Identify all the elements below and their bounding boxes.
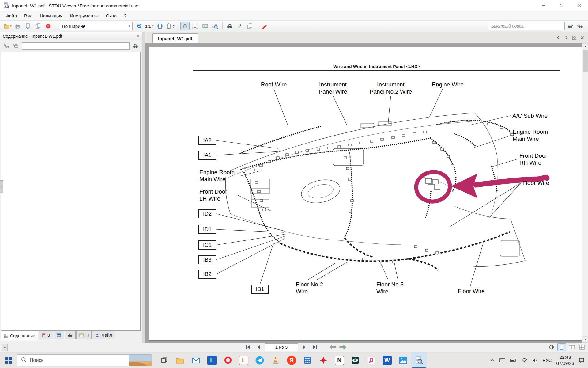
sidebar-close-button[interactable]: × <box>136 34 139 39</box>
zoom-spinner[interactable]: ▲▼ <box>152 24 154 28</box>
connector-box-id1: ID1 <box>198 225 216 234</box>
contents-tree[interactable] <box>1 52 141 331</box>
menu-item-2[interactable]: Навигация <box>36 12 66 20</box>
zoom-region-button[interactable] <box>211 22 220 30</box>
sidebar-tab-3[interactable] <box>65 331 76 339</box>
sidebar-tab-4[interactable]: П <box>76 331 92 339</box>
prev-page-button[interactable] <box>254 343 263 351</box>
first-page-button[interactable] <box>244 343 252 351</box>
sidebar-tab-5[interactable]: Файл <box>92 331 115 339</box>
battery-icon[interactable] <box>510 358 517 362</box>
select-image-button[interactable] <box>201 22 210 30</box>
taskbar-app-opera[interactable] <box>220 352 236 368</box>
single-page-view-button[interactable] <box>557 343 566 351</box>
volume-icon[interactable] <box>532 358 538 363</box>
next-page-button[interactable] <box>300 343 309 351</box>
taskbar-app-app-eye[interactable] <box>347 352 363 368</box>
export-pages-button[interactable] <box>33 22 43 30</box>
fit-page-spinner[interactable]: ▲▼ <box>173 24 175 28</box>
taskbar-app-music[interactable] <box>363 352 379 368</box>
taskbar-app-notion[interactable]: N <box>331 352 347 368</box>
open-button[interactable]: ▾ <box>3 22 12 30</box>
taskbar-app-word[interactable]: W <box>379 352 395 368</box>
taskbar-app-app-red-star[interactable] <box>315 352 331 368</box>
sidebar-tab-0[interactable]: Содержание <box>1 331 38 340</box>
thumbnail-view-button[interactable] <box>578 343 586 351</box>
scroll-down-button[interactable]: ▼ <box>582 336 588 343</box>
sidebar-tab-2[interactable] <box>54 331 64 339</box>
clock[interactable]: 22:48 07/09/23 <box>556 354 574 366</box>
sidebar-filter-input[interactable] <box>22 42 130 50</box>
wifi-icon[interactable] <box>521 358 527 363</box>
next-tab-button[interactable] <box>564 35 569 40</box>
taskbar-app-task-view[interactable] <box>156 352 172 368</box>
print-button[interactable] <box>13 22 22 30</box>
taskbar-app-mail[interactable] <box>188 352 204 368</box>
history-back-button[interactable] <box>328 343 337 351</box>
taskbar-app-photos[interactable] <box>395 352 411 368</box>
menu-item-1[interactable]: Вид <box>21 12 36 20</box>
find-next-button[interactable] <box>566 22 575 30</box>
zoom-actual-control[interactable]: 1:1 ▲▼ <box>145 22 154 30</box>
minimize-button[interactable] <box>535 0 552 11</box>
fit-page-button[interactable]: ▲▼ <box>165 22 175 30</box>
sidebar-collapse-handle[interactable]: ◂ <box>0 180 3 193</box>
facing-pages-view-button[interactable] <box>567 343 576 351</box>
restore-button[interactable] <box>552 0 570 11</box>
taskbar-app-stdu-viewer[interactable] <box>411 352 427 368</box>
document-tab[interactable]: InpaneL-W1.pdf <box>152 33 198 43</box>
collapse-tree-button[interactable] <box>12 42 20 50</box>
navigate-pages-button[interactable] <box>235 22 244 30</box>
zoom-in-button[interactable] <box>135 22 144 30</box>
taskbar-app-telegram[interactable] <box>252 352 268 368</box>
search-box-daily-image[interactable] <box>129 354 152 366</box>
taskbar-app-app-l-red[interactable]: L <box>236 352 252 368</box>
sidebar-hscroll-button[interactable]: ◂ <box>2 344 8 351</box>
prev-tab-button[interactable] <box>556 35 561 40</box>
brightness-button[interactable] <box>547 343 556 351</box>
taskbar-app-file-explorer[interactable] <box>172 352 188 368</box>
menu-item-3[interactable]: Инструменты <box>66 12 102 20</box>
hand-tool-button[interactable] <box>180 22 190 30</box>
taskbar-app-yandex-browser[interactable]: Я <box>284 352 300 368</box>
vertical-scrollbar[interactable]: ▲ ▼ <box>582 43 588 343</box>
copy-button[interactable] <box>245 22 254 30</box>
close-button[interactable] <box>570 0 588 11</box>
scroll-up-button[interactable]: ▲ <box>582 43 588 49</box>
sidebar-search-button[interactable] <box>132 42 139 50</box>
tile-windows-button[interactable] <box>571 35 577 40</box>
history-forward-button[interactable] <box>339 343 347 351</box>
taskbar-search-box[interactable]: Поиск <box>17 354 152 366</box>
action-center-icon[interactable] <box>579 358 584 363</box>
sidebar-tab-label: П <box>85 333 89 338</box>
expand-tree-button[interactable] <box>3 42 10 50</box>
taskbar-app-vlc[interactable] <box>268 352 284 368</box>
sidebar-tab-1[interactable]: З <box>39 331 53 339</box>
export-page-button[interactable] <box>23 22 32 30</box>
select-text-button[interactable] <box>190 22 200 30</box>
taskbar-app-app-l-blue[interactable]: L <box>204 352 220 368</box>
quick-search-input[interactable] <box>488 22 565 30</box>
start-button[interactable] <box>0 352 17 368</box>
close-tab-button[interactable] <box>579 35 585 40</box>
diagram-label-floor-no2-wire: Floor No.2Wire <box>296 281 323 295</box>
touch-keyboard-icon[interactable] <box>499 358 505 363</box>
menu-item-0[interactable]: Файл <box>2 12 21 20</box>
menu-item-4[interactable]: Окно <box>102 12 120 20</box>
search-button[interactable] <box>225 22 234 30</box>
highlight-marker-button[interactable] <box>260 22 269 30</box>
stop-button[interactable] <box>43 22 53 30</box>
last-page-button[interactable] <box>311 343 319 351</box>
sidebar-splitter[interactable] <box>142 32 145 343</box>
scrollbar-thumb[interactable] <box>583 50 588 72</box>
language-indicator[interactable]: РУС <box>543 358 552 363</box>
taskbar-app-calculator[interactable] <box>300 352 315 368</box>
find-prev-button[interactable] <box>576 22 585 30</box>
pdf-page[interactable]: Wire and Wire in Instrument Panel <LHD> … <box>149 47 582 340</box>
tray-chevron-up-icon[interactable] <box>490 358 495 363</box>
fit-mode-combo[interactable]: По ширине ▾ <box>59 22 133 30</box>
menu-item-5[interactable]: ? <box>120 12 130 20</box>
page-indicator[interactable]: 1 из 3 <box>265 343 298 351</box>
fit-width-button[interactable] <box>155 22 164 30</box>
user-icon <box>95 333 100 337</box>
